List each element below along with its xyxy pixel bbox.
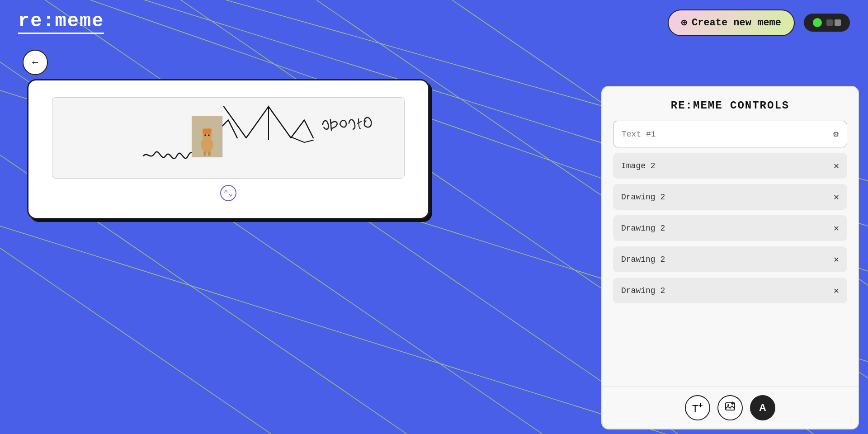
back-button[interactable]: ← <box>23 50 48 75</box>
drawing2-3-controls: ✕ <box>834 254 839 265</box>
drawing2-4-label: Drawing 2 <box>621 286 665 295</box>
style-icon: A <box>759 402 766 414</box>
logo-underline <box>18 33 104 34</box>
svg-rect-19 <box>203 151 206 156</box>
cat-figure-svg <box>192 116 222 157</box>
drawing2-1-controls: ✕ <box>834 191 839 203</box>
create-new-meme-button[interactable]: ⊕ Create new meme <box>668 9 795 36</box>
svg-rect-16 <box>203 129 211 134</box>
avatar-square-1 <box>826 19 833 26</box>
drawing2-4-controls: ✕ <box>834 285 839 296</box>
text-add-icon: T+ <box>692 401 703 415</box>
panel-controls-list: ⚙ Image 2 ✕ Drawing 2 ✕ Drawing 2 ✕ Dra <box>602 121 858 387</box>
text1-controls: ⚙ <box>833 128 839 140</box>
logo: re:meme <box>18 12 104 34</box>
image2-controls: ✕ <box>834 160 839 171</box>
meme-canvas[interactable] <box>52 97 405 179</box>
settings-gear-icon[interactable]: ⚙ <box>833 128 839 140</box>
image2-close-icon[interactable]: ✕ <box>834 160 839 171</box>
controls-panel: RE:MEME CONTROLS ⚙ Image 2 ✕ Drawing 2 ✕… <box>601 86 859 429</box>
drawing2-3-close-icon[interactable]: ✕ <box>834 254 839 265</box>
back-arrow-icon: ← <box>30 57 40 68</box>
header: re:meme ⊕ Create new meme <box>0 0 868 45</box>
canvas-resize-handle[interactable]: ⌃⌄ <box>220 185 236 201</box>
canvas-image-element[interactable] <box>192 116 222 157</box>
control-item-drawing2-1[interactable]: Drawing 2 ✕ <box>613 184 847 210</box>
online-indicator <box>813 18 822 27</box>
drawing2-3-label: Drawing 2 <box>621 255 665 264</box>
user-avatar-squares <box>826 19 841 26</box>
svg-point-22 <box>727 404 729 406</box>
control-item-drawing2-2[interactable]: Drawing 2 ✕ <box>613 215 847 241</box>
add-image-button[interactable] <box>717 395 743 420</box>
panel-footer: T+ A <box>602 387 858 429</box>
text1-input[interactable] <box>622 130 833 139</box>
drawing2-2-controls: ✕ <box>834 222 839 234</box>
svg-rect-20 <box>208 151 211 156</box>
logo-text: re:meme <box>18 12 104 31</box>
panel-title: RE:MEME CONTROLS <box>602 87 858 121</box>
create-btn-label: Create new meme <box>692 17 781 28</box>
user-status-pill <box>804 14 850 32</box>
add-text-button[interactable]: T+ <box>685 395 710 420</box>
header-right: ⊕ Create new meme <box>668 9 850 36</box>
control-item-drawing2-4[interactable]: Drawing 2 ✕ <box>613 278 847 303</box>
drawing2-1-close-icon[interactable]: ✕ <box>834 191 839 203</box>
avatar-square-2 <box>835 19 841 26</box>
drawing2-1-label: Drawing 2 <box>621 193 665 202</box>
control-item-drawing2-3[interactable]: Drawing 2 ✕ <box>613 246 847 272</box>
drawing2-2-label: Drawing 2 <box>621 224 665 233</box>
canvas-handwritten-text <box>317 106 378 142</box>
svg-point-17 <box>204 134 206 136</box>
drawing2-2-close-icon[interactable]: ✕ <box>834 222 839 234</box>
drawing2-4-close-icon[interactable]: ✕ <box>834 285 839 296</box>
control-item-image2[interactable]: Image 2 ✕ <box>613 153 847 179</box>
image2-label: Image 2 <box>621 161 656 170</box>
image-add-icon <box>725 401 736 415</box>
meme-canvas-container: ⌃⌄ <box>27 79 429 219</box>
plus-icon: ⊕ <box>681 17 687 29</box>
control-item-text1[interactable]: ⚙ <box>613 121 847 147</box>
svg-point-18 <box>208 134 210 136</box>
style-button[interactable]: A <box>750 395 775 420</box>
